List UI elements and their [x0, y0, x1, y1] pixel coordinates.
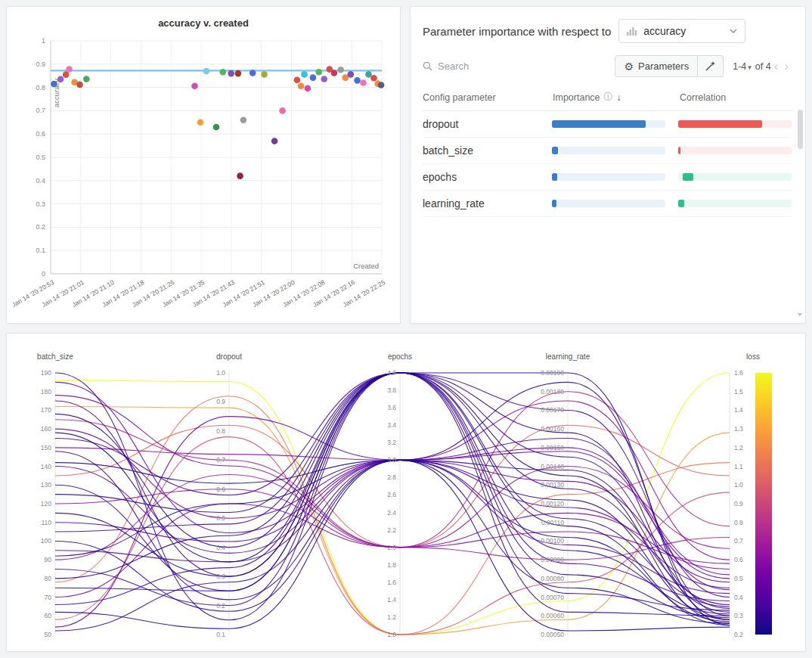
column-correlation[interactable]: Correlation	[680, 92, 792, 103]
axis-name-label: batch_size	[37, 352, 73, 361]
scatter-point[interactable]	[249, 70, 256, 76]
axis-tick-label: 3.8	[387, 386, 396, 394]
scatter-point[interactable]	[261, 71, 268, 78]
parameters-button-label: Parameters	[638, 61, 689, 72]
importance-bar	[552, 173, 665, 181]
scatter-point[interactable]	[57, 76, 64, 83]
scatter-point[interactable]	[331, 70, 338, 76]
scatter-point[interactable]	[365, 71, 372, 78]
scatter-point[interactable]	[191, 82, 198, 89]
scatter-point[interactable]	[235, 70, 242, 77]
page-range: 1-4	[733, 61, 746, 72]
scatter-point[interactable]	[228, 70, 234, 77]
scatter-point[interactable]	[337, 67, 344, 73]
scatter-point[interactable]	[321, 76, 327, 82]
accuracy-vs-created-chart[interactable]: 00.10.20.30.40.50.60.70.80.91Jan 14 '20 …	[13, 30, 394, 321]
scatter-point[interactable]	[305, 85, 311, 92]
axis-tick-label: 120	[41, 500, 51, 507]
scatter-point[interactable]	[271, 138, 278, 144]
y-tick-label: 1	[42, 37, 45, 45]
importance-column-label: Importance	[553, 92, 600, 103]
search-box[interactable]	[423, 61, 615, 72]
y-tick-label: 0.2	[36, 223, 45, 231]
axis-tick-label: 1.1	[734, 463, 743, 470]
scatter-point[interactable]	[66, 66, 73, 73]
scatter-point[interactable]	[378, 82, 385, 88]
parameter-row[interactable]: epochs	[423, 164, 792, 191]
axis-tick-label: 0.9	[216, 398, 225, 405]
scatter-point[interactable]	[219, 69, 226, 76]
scrollbar-down-arrow[interactable]	[796, 311, 804, 318]
scrollbar-thumb[interactable]	[798, 110, 803, 149]
scatter-point[interactable]	[354, 77, 361, 84]
axis-tick-label: 0.2	[734, 631, 743, 638]
scrollbar[interactable]	[796, 10, 804, 320]
scatter-point[interactable]	[294, 76, 301, 83]
scatter-point[interactable]	[76, 82, 83, 88]
axis-tick-label: 2.8	[387, 473, 396, 481]
axis-tick-label: 0.00140	[541, 463, 564, 470]
scatter-point[interactable]	[360, 79, 367, 86]
parallel-coordinates-chart[interactable]: batch_size190180170160150140130120110100…	[10, 337, 802, 648]
importance-bar	[552, 147, 665, 154]
scatter-point[interactable]	[240, 116, 247, 123]
search-input[interactable]	[438, 61, 536, 72]
parameters-button[interactable]: ⚙ Parameters	[615, 55, 698, 77]
axis-tick-label: 0.00180	[541, 388, 564, 396]
correlation-bar	[678, 173, 792, 181]
scatter-point[interactable]	[348, 71, 355, 78]
scatter-point[interactable]	[197, 119, 204, 126]
column-config-parameter[interactable]: Config parameter	[423, 92, 553, 103]
scatter-point[interactable]	[213, 124, 220, 131]
search-icon	[423, 61, 432, 71]
axis-tick-label: 3.6	[387, 404, 396, 411]
y-tick-label: 0.6	[36, 130, 45, 138]
next-page-button[interactable]: ›	[781, 59, 792, 74]
axis-tick-label: 1.2	[387, 613, 396, 621]
scatter-point[interactable]	[237, 172, 243, 179]
caret-down-icon: ▾	[748, 64, 752, 71]
scatter-point[interactable]	[83, 76, 90, 82]
axis-tick-label: 140	[41, 463, 51, 470]
scatter-point[interactable]	[310, 74, 317, 81]
axis-tick-label: 0.4	[734, 594, 743, 601]
column-importance[interactable]: Importance ⓘ ↓	[553, 91, 680, 104]
axis-tick-label: 110	[41, 519, 51, 526]
importance-bar	[552, 200, 665, 207]
info-icon[interactable]: ⓘ	[604, 91, 613, 104]
bar-chart-icon	[627, 26, 637, 36]
parameter-name: dropout	[423, 118, 552, 130]
magic-wand-button[interactable]	[698, 55, 724, 77]
axis-tick-label: 1.0	[216, 369, 225, 377]
magic-wand-icon	[705, 61, 716, 72]
sort-desc-icon[interactable]: ↓	[617, 92, 621, 103]
page-range-dropdown[interactable]: 1-4▾	[733, 61, 753, 72]
parameter-row[interactable]: dropout	[423, 111, 792, 138]
parameter-row[interactable]: batch_size	[423, 138, 792, 164]
scatter-point[interactable]	[203, 68, 210, 75]
scatter-point[interactable]	[51, 81, 57, 88]
importance-toolbar: ⚙ Parameters 1-4▾ of 4	[423, 55, 792, 77]
axis-tick-label: 0.00160	[541, 425, 564, 433]
scatter-point[interactable]	[370, 75, 377, 82]
dashboard: accuracy v. created 00.10.20.30.40.50.60…	[0, 0, 812, 658]
parameter-row[interactable]: learning_rate	[423, 191, 792, 217]
toolbar-buttons: ⚙ Parameters	[615, 55, 724, 77]
y-tick-label: 0.5	[36, 154, 45, 161]
axis-tick-label: 3.0	[387, 456, 396, 464]
scatter-point[interactable]	[301, 71, 308, 78]
gear-icon: ⚙	[624, 61, 634, 72]
prev-page-button[interactable]: ‹	[771, 59, 782, 74]
axis-tick-label: 100	[41, 537, 51, 545]
axis-tick-label: 1.2	[734, 444, 743, 452]
axis-tick-label: 130	[41, 481, 51, 489]
correlation-bar	[678, 120, 792, 128]
scatter-point[interactable]	[298, 82, 305, 89]
axis-tick-label: 0.00050	[541, 631, 564, 638]
scatter-point[interactable]	[315, 69, 322, 76]
axis-tick-label: 60	[45, 612, 52, 619]
axis-tick-label: 0.6	[216, 486, 225, 493]
metric-dropdown[interactable]: accuracy	[618, 19, 745, 43]
axis-tick-label: 3.4	[387, 421, 396, 429]
scatter-point[interactable]	[279, 107, 286, 114]
